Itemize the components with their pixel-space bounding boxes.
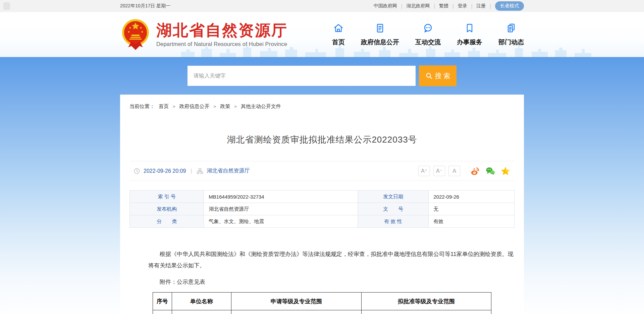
document-info-table: 索 引 号 MB1644959/2022-32734 发文日期 2022-09-… — [129, 190, 515, 228]
column-header: 拟批准等级及专业范围 — [361, 293, 491, 310]
nav-item-department-news[interactable]: 部门动态 — [498, 23, 524, 47]
nav-label: 首页 — [332, 38, 345, 47]
link-hubei-gov[interactable]: 湖北政府网 — [406, 3, 430, 9]
elder-mode-button[interactable]: 长者模式 — [495, 1, 524, 11]
column-header: 申请等级及专业范围 — [231, 293, 361, 310]
info-value: 无 — [429, 203, 515, 215]
separator: | — [471, 3, 473, 9]
breadcrumb: 当前位置： 首页 > 政府信息公开 > 政策 > 其他主动公开文件 — [129, 95, 515, 110]
breadcrumb-home[interactable]: 首页 — [159, 103, 169, 110]
article-body-paragraph: 根据《中华人民共和国测绘法》和《测绘资质管理办法》等法律法规规定，经审查，拟批准… — [148, 249, 515, 271]
separator: | — [434, 3, 435, 9]
font-smaller-button[interactable]: A⁻ — [433, 166, 445, 176]
attachment-line: 附件：公示意见表 — [148, 278, 515, 286]
separator: | — [490, 3, 491, 9]
approval-result-table: 序号 单位名称 申请等级及专业范围 拟批准等级及专业范围 — [153, 292, 491, 314]
wechat-icon[interactable] — [485, 166, 495, 176]
table-header-row: 序号 单位名称 申请等级及专业范围 拟批准等级及专业范围 — [153, 293, 491, 310]
page-background: 搜 索 当前位置： 首页 > 政府信息公开 > 政策 > 其他主动公开文件 湖北… — [0, 57, 644, 314]
search-button[interactable]: 搜 索 — [419, 65, 457, 86]
home-icon — [333, 23, 344, 34]
article-meta-bar: 2022-09-26 20:09 | 湖北省自然资源厅 A⁺ A⁻ A — [129, 161, 515, 181]
info-label: 分 类 — [130, 215, 204, 228]
breadcrumb-separator: > — [214, 104, 216, 109]
nav-label: 部门动态 — [498, 38, 524, 47]
info-value: 湖北省自然资源厅 — [204, 203, 358, 215]
article-title: 湖北省测绘资质审批拟批准结果公示2022033号 — [129, 134, 515, 146]
breadcrumb-policy[interactable]: 政策 — [220, 103, 230, 110]
table-row: 分 类 气象、水文、测绘、地震 有 效 性 有效 — [130, 215, 515, 228]
column-header: 单位名称 — [172, 293, 231, 310]
news-icon — [506, 23, 517, 34]
nav-item-interaction[interactable]: 互动交流 — [415, 23, 441, 47]
share-bar — [470, 166, 511, 176]
breadcrumb-other-public-files[interactable]: 其他主动公开文件 — [241, 103, 281, 110]
nav-item-gov-info[interactable]: 政府信息公开 — [361, 23, 399, 47]
link-register[interactable]: 注册 — [476, 3, 486, 9]
source-icon — [197, 168, 203, 174]
info-value: 有效 — [429, 215, 515, 228]
site-title-english: Department of Natural Resources of Hubei… — [156, 41, 288, 47]
article-source[interactable]: 湖北省自然资源厅 — [207, 167, 250, 174]
separator: | — [189, 168, 193, 174]
font-reset-button[interactable]: A — [448, 166, 460, 176]
accessibility-widget-icon[interactable] — [3, 2, 10, 10]
breadcrumb-separator: > — [234, 104, 237, 109]
chat-icon — [423, 23, 433, 34]
publish-time: 2022-09-26 20:09 — [144, 168, 186, 174]
document-icon — [375, 23, 385, 34]
main-navigation: 首页 政府信息公开 互动交流 办事服务 — [332, 23, 524, 47]
link-china-gov[interactable]: 中国政府网 — [374, 3, 397, 9]
nav-item-services[interactable]: 办事服务 — [457, 23, 482, 47]
content-card: 当前位置： 首页 > 政府信息公开 > 政策 > 其他主动公开文件 湖北省测绘资… — [120, 95, 524, 314]
top-bar: 2022年10月17日 星期一 中国政府网 | 湖北政府网 | 繁體 | 登录 … — [0, 0, 644, 12]
link-traditional-chinese[interactable]: 繁體 — [439, 3, 448, 9]
breadcrumb-gov-info[interactable]: 政府信息公开 — [179, 103, 210, 110]
info-value: MB1644959/2022-32734 — [204, 191, 358, 203]
breadcrumb-label: 当前位置： — [129, 103, 155, 110]
separator: | — [401, 3, 402, 9]
bookmark-icon — [464, 23, 475, 34]
info-label: 文 号 — [358, 203, 429, 215]
info-label: 发布机构 — [130, 203, 204, 215]
search-input[interactable] — [187, 66, 416, 86]
table-row: 索 引 号 MB1644959/2022-32734 发文日期 2022-09-… — [130, 191, 515, 203]
clock-icon — [133, 168, 140, 174]
nav-label: 互动交流 — [415, 38, 441, 47]
separator: | — [452, 3, 454, 9]
info-value: 2022-09-26 — [429, 191, 515, 203]
info-value: 气象、水文、测绘、地震 — [204, 215, 358, 228]
table-row — [153, 310, 491, 314]
current-date: 2022年10月17日 星期一 — [120, 3, 170, 9]
column-header: 序号 — [153, 293, 172, 310]
info-label: 有 效 性 — [358, 215, 429, 228]
site-header: 湖北省自然资源厅 Department of Natural Resources… — [0, 12, 644, 57]
info-label: 索 引 号 — [130, 191, 204, 203]
nav-item-home[interactable]: 首页 — [332, 23, 345, 47]
search-icon — [425, 72, 433, 80]
font-larger-button[interactable]: A⁺ — [418, 166, 430, 176]
weibo-icon[interactable] — [470, 166, 480, 176]
table-row: 发布机构 湖北省自然资源厅 文 号 无 — [130, 203, 515, 215]
info-label: 发文日期 — [358, 191, 429, 203]
national-emblem-logo — [120, 18, 151, 51]
site-title: 湖北省自然资源厅 — [156, 22, 288, 39]
nav-label: 办事服务 — [457, 38, 482, 47]
breadcrumb-separator: > — [173, 104, 175, 109]
search-button-label: 搜 索 — [435, 71, 450, 81]
qzone-icon[interactable] — [500, 166, 511, 176]
nav-label: 政府信息公开 — [361, 38, 399, 47]
search-bar: 搜 索 — [0, 57, 644, 95]
link-login[interactable]: 登录 — [458, 3, 467, 9]
